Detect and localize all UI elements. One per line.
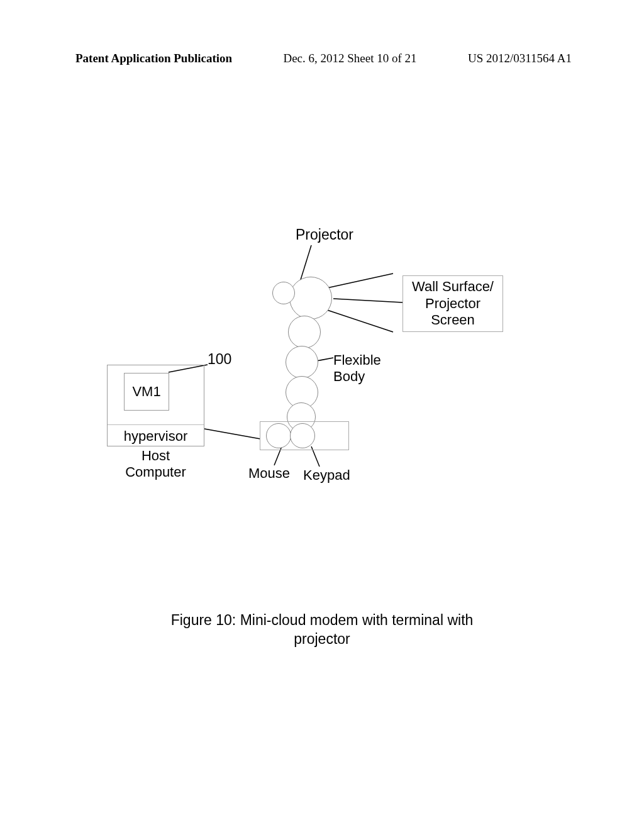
svg-line-3 xyxy=(327,310,393,332)
body-circle-3 xyxy=(286,346,318,379)
hypervisor-divider xyxy=(108,424,204,425)
wall-surface-box: Wall Surface/ Projector Screen xyxy=(402,275,503,332)
caption-line2: projector xyxy=(294,631,350,647)
mouse-label: Mouse xyxy=(248,465,290,482)
header-patent-number: US 2012/0311564 A1 xyxy=(468,52,572,65)
body-circle-2 xyxy=(288,316,321,348)
mouse-circle xyxy=(266,423,291,448)
keypad-circle xyxy=(290,423,315,448)
svg-line-1 xyxy=(327,274,393,288)
wall-label-line1: Wall Surface/ xyxy=(412,279,494,294)
flexible-body-label: Flexible Body xyxy=(333,352,381,385)
caption-line1: Figure 10: Mini-cloud modem with termina… xyxy=(171,612,474,628)
host-label-line2: Computer xyxy=(125,464,186,480)
patent-diagram: Projector Wall Surface/ Projector Screen… xyxy=(0,113,644,440)
host-computer-label: Host Computer xyxy=(107,448,204,481)
svg-line-6 xyxy=(204,429,260,439)
wall-label-line3: Screen xyxy=(431,312,475,328)
side-circle xyxy=(272,282,295,304)
reference-number-100: 100 xyxy=(208,351,231,368)
page-header: Patent Application Publication Dec. 6, 2… xyxy=(0,52,644,65)
header-date-sheet: Dec. 6, 2012 Sheet 10 of 21 xyxy=(283,52,416,65)
figure-caption: Figure 10: Mini-cloud modem with termina… xyxy=(0,611,644,649)
svg-line-2 xyxy=(333,299,402,302)
header-publication: Patent Application Publication xyxy=(75,52,232,65)
flexible-label-line2: Body xyxy=(333,368,365,384)
projector-label: Projector xyxy=(296,226,353,243)
host-computer-box: VM1 hypervisor xyxy=(107,365,204,446)
host-label-line1: Host xyxy=(142,448,170,463)
keypad-label: Keypad xyxy=(303,467,350,484)
hypervisor-label: hypervisor xyxy=(108,428,204,445)
wall-label-line2: Projector xyxy=(425,296,480,311)
vm1-box: VM1 xyxy=(124,373,169,411)
flexible-label-line1: Flexible xyxy=(333,352,381,368)
diagram-connector-lines xyxy=(0,113,644,553)
vm1-label: VM1 xyxy=(132,384,160,400)
projector-head-circle xyxy=(289,277,332,319)
